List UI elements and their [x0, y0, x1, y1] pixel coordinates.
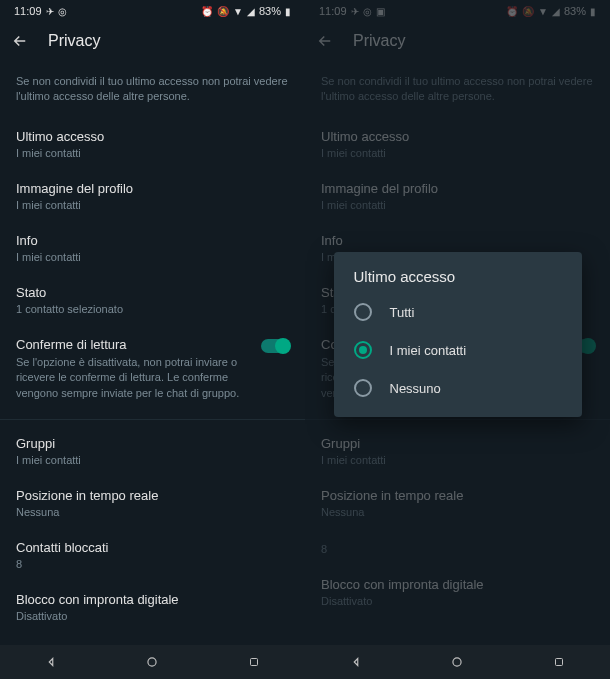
- last-seen-dialog: Ultimo accesso Tutti I miei contatti Nes…: [334, 252, 582, 417]
- setting-title: Posizione in tempo reale: [16, 488, 289, 503]
- radio-icon: [354, 341, 372, 359]
- setting-value: I miei contatti: [16, 251, 289, 263]
- radio-label: I miei contatti: [390, 343, 467, 358]
- setting-blocked[interactable]: Contatti bloccati 8: [0, 530, 305, 582]
- setting-value: I miei contatti: [16, 454, 289, 466]
- back-icon[interactable]: [10, 31, 30, 51]
- setting-value: Nessuna: [16, 506, 289, 518]
- toggle-switch[interactable]: [261, 339, 289, 353]
- setting-title: Contatti bloccati: [16, 540, 289, 555]
- setting-value: Disattivato: [16, 610, 289, 622]
- radio-option-contacts[interactable]: I miei contatti: [334, 331, 582, 369]
- setting-last-seen[interactable]: Ultimo accesso I miei contatti: [0, 119, 305, 171]
- setting-value: 1 contatto selezionato: [16, 303, 289, 315]
- setting-live-location[interactable]: Posizione in tempo reale Nessuna: [0, 478, 305, 530]
- setting-title: Conferme di lettura: [16, 337, 249, 352]
- settings-list: Se non condividi il tuo ultimo accesso n…: [0, 60, 305, 645]
- nav-recents-icon[interactable]: [245, 653, 263, 671]
- setting-title: Blocco con impronta digitale: [16, 592, 289, 607]
- setting-status[interactable]: Stato 1 contatto selezionato: [0, 275, 305, 327]
- setting-fingerprint[interactable]: Blocco con impronta digitale Disattivato: [0, 582, 305, 634]
- setting-title: Ultimo accesso: [16, 129, 289, 144]
- radio-option-everyone[interactable]: Tutti: [334, 293, 582, 331]
- radio-label: Tutti: [390, 305, 415, 320]
- setting-info[interactable]: Info I miei contatti: [0, 223, 305, 275]
- setting-title: Immagine del profilo: [16, 181, 289, 196]
- privacy-description: Se non condividi il tuo ultimo accesso n…: [0, 66, 305, 119]
- setting-title: Gruppi: [16, 436, 289, 451]
- status-bar: 11:09 ✈ ◎ ⏰ 🔕 ▼ ◢ 83% ▮: [0, 0, 305, 22]
- nav-back-icon[interactable]: [42, 653, 60, 671]
- radio-option-nobody[interactable]: Nessuno: [334, 369, 582, 407]
- alarm-icon: ⏰: [201, 6, 213, 17]
- svg-point-0: [148, 658, 156, 666]
- android-nav-bar: [0, 645, 305, 679]
- battery-icon: ▮: [285, 6, 291, 17]
- svg-rect-1: [251, 659, 258, 666]
- setting-profile-photo[interactable]: Immagine del profilo I miei contatti: [0, 171, 305, 223]
- radio-label: Nessuno: [390, 381, 441, 396]
- setting-title: Info: [16, 233, 289, 248]
- radio-icon: [354, 379, 372, 397]
- nav-home-icon[interactable]: [143, 653, 161, 671]
- wifi-icon: ▼: [233, 6, 243, 17]
- app-header: Privacy: [0, 22, 305, 60]
- setting-description: Se l'opzione è disattivata, non potrai i…: [16, 355, 249, 401]
- signal-icon: ◢: [247, 6, 255, 17]
- setting-value: 8: [16, 558, 289, 570]
- status-time: 11:09: [14, 5, 42, 17]
- battery-text: 83%: [259, 5, 281, 17]
- setting-groups[interactable]: Gruppi I miei contatti: [0, 426, 305, 478]
- page-title: Privacy: [48, 32, 100, 50]
- dnd-icon: 🔕: [217, 6, 229, 17]
- dialog-title: Ultimo accesso: [334, 268, 582, 293]
- phone-screen-right: 11:09 ✈ ◎ ▣ ⏰ 🔕 ▼ ◢ 83% ▮ Privacy Se non…: [305, 0, 610, 679]
- divider: [0, 419, 305, 420]
- telegram-icon: ✈: [46, 6, 54, 17]
- setting-value: I miei contatti: [16, 147, 289, 159]
- setting-read-receipts[interactable]: Conferme di lettura Se l'opzione è disat…: [0, 327, 305, 413]
- instagram-icon: ◎: [58, 6, 67, 17]
- dialog-overlay[interactable]: Ultimo accesso Tutti I miei contatti Nes…: [305, 0, 610, 679]
- setting-title: Stato: [16, 285, 289, 300]
- radio-icon: [354, 303, 372, 321]
- setting-value: I miei contatti: [16, 199, 289, 211]
- phone-screen-left: 11:09 ✈ ◎ ⏰ 🔕 ▼ ◢ 83% ▮ Privacy Se non c…: [0, 0, 305, 679]
